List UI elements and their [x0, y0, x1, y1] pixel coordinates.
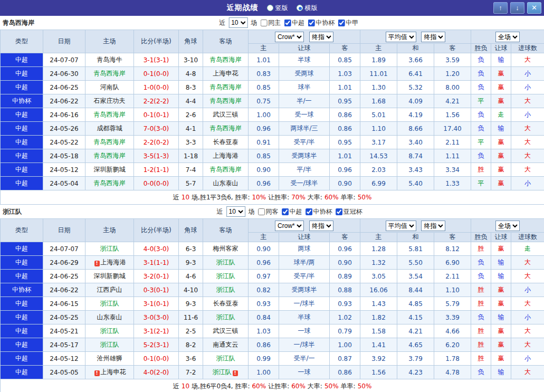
- filter-checkbox[interactable]: [336, 208, 342, 215]
- away-team-cell: 长春亚泰: [203, 136, 249, 149]
- avg-home-cell: 1.89: [360, 53, 397, 67]
- handicap-result-cell: 输: [491, 122, 511, 136]
- filter-checkbox-item[interactable]: 亚冠杯: [336, 207, 362, 216]
- recent-count-select[interactable]: 10: [228, 17, 247, 28]
- handicap-result-cell: 输: [491, 270, 511, 283]
- close-button[interactable]: ✕: [527, 2, 541, 14]
- score-cell: 0-1(0-0): [134, 352, 179, 366]
- score-cell: 5-2(3-1): [134, 338, 179, 352]
- score-cell: 2-2(0-2): [134, 136, 179, 149]
- avg-away-cell: 3.34: [434, 163, 471, 177]
- filter-checkbox-item[interactable]: 同客: [258, 207, 279, 216]
- summary-text: 大率:: [308, 383, 322, 390]
- red-card-icon: !: [94, 261, 100, 266]
- corner-cell: 9-3: [179, 256, 203, 270]
- filter-checkbox-item[interactable]: 中超: [284, 18, 304, 27]
- filter-checkbox-item[interactable]: 中协杯: [306, 207, 332, 216]
- goals-result-cell: 大: [511, 297, 544, 311]
- league-cell: 中超: [1, 53, 43, 67]
- score-cell: 3-1(0-1): [134, 297, 179, 311]
- match-row: 中协杯24-06-22江西庐山0-3(0-1)4-10浙江队0.82受两球半0.…: [1, 283, 544, 297]
- recent-count-select[interactable]: 10: [226, 206, 245, 217]
- handicap-cell: 半/一: [279, 94, 330, 108]
- away-team-cell: 浙江队: [203, 352, 249, 366]
- goals-result-cell: 大: [511, 94, 544, 108]
- filter-checkbox-item[interactable]: 中甲: [338, 18, 358, 27]
- handicap-result-cell: 赢: [491, 94, 511, 108]
- filter-checkbox[interactable]: [260, 20, 267, 26]
- filter-checkbox-item[interactable]: 中超: [282, 207, 302, 216]
- col-odds-handicap: 让球: [279, 44, 330, 53]
- scope-select[interactable]: 全场: [495, 32, 520, 42]
- down-arrow-icon: ↓: [516, 4, 519, 12]
- avg-away-cell: 8.12: [434, 242, 471, 256]
- col-corner: 角球: [179, 30, 203, 53]
- summary-text: 10%: [252, 194, 266, 201]
- summary-row: 近10场,胜6平0负4, 胜率:60%让胜率:60%大率:50%单率:50%: [1, 379, 544, 392]
- handicap-result-cell: 输: [491, 53, 511, 67]
- league-cell: 中超: [1, 338, 43, 352]
- goals-result-cell: 小: [511, 81, 544, 94]
- away-team-cell: 青岛西海岸: [203, 53, 249, 67]
- avg-stage-select[interactable]: 终指: [421, 221, 445, 231]
- filter-checkbox[interactable]: [308, 20, 314, 26]
- home-team-cell: 浙江队: [85, 338, 134, 352]
- odds-stage-select[interactable]: 终指: [309, 221, 333, 231]
- avg-home-cell: 3.92: [360, 352, 397, 366]
- scope-select[interactable]: 全场: [495, 221, 520, 231]
- corner-cell: 7-2: [179, 366, 203, 379]
- layout-radio-horizontal[interactable]: 横版: [297, 4, 318, 13]
- avg-home-cell: 1.82: [360, 311, 397, 324]
- corner-cell: 8-2: [179, 338, 203, 352]
- avg-away-cell: 4.78: [434, 366, 471, 379]
- summary-text: 近: [173, 383, 179, 390]
- corner-cell: 7-4: [179, 163, 203, 177]
- handicap-result-cell: 赢: [491, 177, 511, 190]
- handicap-result-cell: 输: [491, 311, 511, 324]
- move-down-button[interactable]: ↓: [510, 2, 524, 14]
- filter-checkbox-label: 中甲: [346, 18, 358, 27]
- handicap-cell: 受平/半: [279, 270, 330, 283]
- result-cell: 负: [471, 67, 491, 81]
- summary-text: 场,胜6平0负4, 胜率:: [192, 383, 250, 390]
- home-team-cell: 浙江队: [85, 242, 134, 256]
- date-cell: 24-06-22: [43, 283, 85, 297]
- avg-draw-cell: 4.15: [397, 311, 434, 324]
- filter-checkbox[interactable]: [284, 20, 291, 26]
- result-cell: 负: [471, 53, 491, 67]
- odds-stage-select[interactable]: 终指: [309, 32, 333, 42]
- avg-home-cell: 1.41: [360, 338, 397, 352]
- avg-type-select[interactable]: 平均值: [386, 32, 416, 42]
- away-team-cell: 青岛西海岸: [203, 81, 249, 94]
- matches-table: 类型 日期 主场 比分(半场) 角球 客场 Crow* 终指 平均值 终指 全场: [0, 30, 544, 205]
- handicap-cell: 半球: [279, 311, 330, 324]
- date-cell: 24-05-12: [43, 352, 85, 366]
- col-result: 胜负: [471, 233, 491, 242]
- filter-checkbox[interactable]: [258, 208, 265, 215]
- avg-stage-select[interactable]: 终指: [421, 32, 445, 42]
- away-team-cell: 梅州客家: [203, 242, 249, 256]
- filter-checkbox-item[interactable]: 中协杯: [308, 18, 335, 27]
- move-up-button[interactable]: ↑: [493, 2, 508, 14]
- filter-checkbox[interactable]: [306, 208, 312, 215]
- filter-checkbox[interactable]: [338, 20, 345, 26]
- home-team-cell: !上海申花: [85, 366, 134, 379]
- recent-label: 近: [219, 18, 225, 27]
- filter-checkbox[interactable]: [282, 208, 289, 215]
- goals-result-cell: 大: [511, 136, 544, 149]
- league-cell: 中超: [1, 297, 43, 311]
- avg-type-select[interactable]: 平均值: [386, 221, 416, 231]
- odds-company-select[interactable]: Crow*: [275, 32, 304, 42]
- handicap-result-cell: 输: [491, 256, 511, 270]
- col-type: 类型: [1, 219, 43, 242]
- avg-home-cell: 1.30: [360, 81, 397, 94]
- home-odds-cell: 0.75: [249, 94, 279, 108]
- avg-draw-cell: 3.54: [397, 270, 434, 283]
- radio-circle-icon: [267, 5, 273, 11]
- home-odds-cell: 0.85: [249, 81, 279, 94]
- layout-radio-vertical[interactable]: 竖版: [267, 4, 288, 13]
- filter-checkbox-item[interactable]: 同主: [260, 18, 281, 27]
- odds-company-select[interactable]: Crow*: [275, 221, 304, 231]
- corner-cell: 2-6: [179, 108, 203, 122]
- home-odds-cell: 0.97: [249, 270, 279, 283]
